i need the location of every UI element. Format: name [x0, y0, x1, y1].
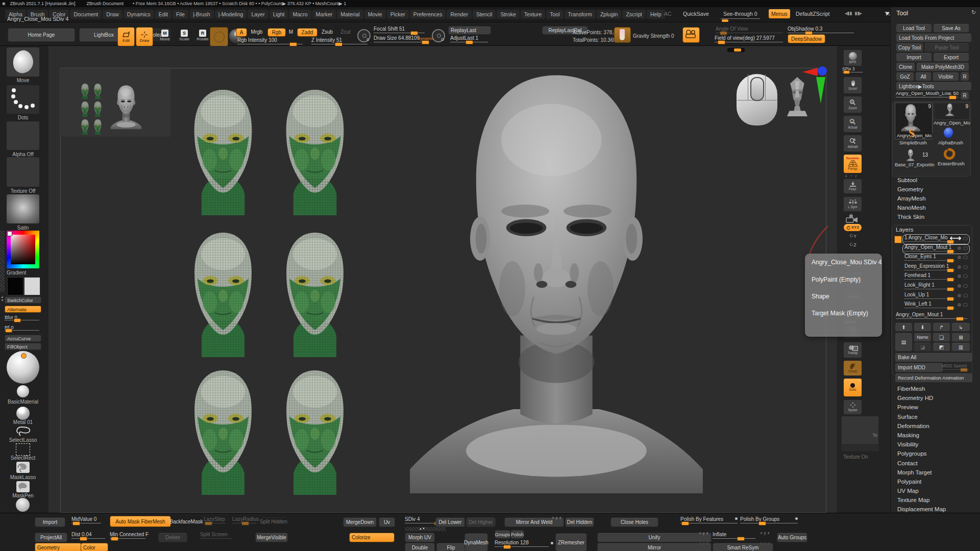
goz-all-button[interactable]: All — [915, 72, 932, 81]
panel-section[interactable]: Geometry — [891, 186, 972, 195]
menu-item[interactable]: Stencil — [473, 10, 496, 19]
draw-size-slider[interactable]: Draw Size 64.88109 — [374, 35, 425, 41]
deep-shadow-button[interactable]: DeepShadow — [788, 34, 825, 43]
ghost-transparency-button[interactable]: Ghost — [843, 360, 862, 376]
xyz-axes-label[interactable]: x y z — [699, 541, 708, 545]
tray-head-thumb[interactable] — [93, 83, 103, 99]
texture-preview-box[interactable]: Te — [841, 416, 879, 452]
menu-item[interactable]: Zplugin — [597, 10, 621, 19]
load-tool-button[interactable]: Load Tool — [896, 23, 932, 33]
panel-section[interactable]: Surface — [891, 414, 977, 423]
zcut-button[interactable]: Zcut — [338, 28, 353, 36]
texture-slot[interactable] — [7, 157, 39, 187]
goz-button[interactable]: GoZ — [896, 72, 914, 81]
sdiv-scrollbar[interactable]: ▲▼ — [405, 527, 446, 531]
timeline-mini-slider[interactable] — [727, 48, 745, 52]
rgb-intensity-slider[interactable]: Rgb Intensity 100 — [237, 37, 303, 43]
popup-item-shape[interactable]: Shape — [812, 293, 829, 300]
layer-down-button[interactable]: ⬇ — [914, 322, 932, 332]
polish-by-features-slider[interactable]: Polish By Features — [680, 516, 738, 522]
xyz-axes-label[interactable]: x y z — [699, 531, 708, 535]
min-connected-slider[interactable]: Min Connected F — [110, 532, 145, 537]
split-hidden-button[interactable]: Split Hidden — [261, 517, 286, 526]
active-layer-slider[interactable]: Angry_Open_Mout 1 — [896, 312, 967, 317]
solo-mode-button[interactable]: Solo — [843, 378, 862, 397]
tray-head-thumb-large[interactable] — [110, 83, 142, 130]
panel-section[interactable]: NanoMesh — [891, 205, 972, 214]
layer-row[interactable]: Close_Eyes 1 — [903, 254, 969, 263]
tray-head-thumb[interactable] — [80, 101, 90, 117]
layer-record-dot[interactable] — [958, 294, 961, 297]
eraserbrush-thumb[interactable] — [942, 148, 956, 160]
geometry-tab-button[interactable]: Geometry — [35, 543, 82, 551]
wireframe-head[interactable] — [279, 367, 351, 495]
angle-of-view-slider[interactable]: Angle Of View — [716, 26, 783, 32]
panel-section[interactable]: UV Map — [891, 488, 977, 497]
mrgb-button[interactable]: Mrgb — [248, 28, 265, 36]
menu-item[interactable]: Marker — [312, 10, 336, 19]
fov-slider[interactable]: Field of view(deg) 27.5977 — [715, 35, 783, 41]
layer-record-dot[interactable] — [958, 284, 961, 288]
xyz-axes-label[interactable]: x y z — [761, 541, 770, 545]
move-button[interactable]: MMove — [157, 30, 173, 41]
menu-item[interactable]: Draw — [103, 10, 122, 19]
make-polymesh3d-button[interactable]: Make PolyMesh3D — [916, 62, 969, 71]
masklasso-icon[interactable] — [14, 461, 32, 474]
gravity-direction-widget[interactable] — [614, 27, 631, 43]
alphabrush-thumb[interactable] — [942, 127, 957, 140]
layers-header[interactable]: Layers — [896, 227, 914, 233]
del-higher-button[interactable]: Del Higher — [466, 517, 496, 527]
save-as-button[interactable]: Save As — [933, 23, 969, 33]
auto-mask-fibermesh-button[interactable]: Auto Mask FiberMesh — [110, 516, 171, 527]
tray-head-thumb[interactable] — [93, 101, 103, 117]
zadd-button[interactable]: Zadd — [297, 28, 317, 37]
mergevisible-button[interactable]: MergeVisible — [255, 533, 288, 542]
aahalf-button[interactable]: AAHalf — [843, 135, 862, 152]
actual-size-button[interactable]: 1Actual — [843, 115, 862, 133]
camera-view-button[interactable] — [682, 27, 700, 43]
goz-visible-button[interactable]: Visible — [933, 72, 959, 81]
layer-visibility-eye[interactable] — [963, 265, 968, 269]
menu-item[interactable]: Layer — [248, 10, 268, 19]
menu-item[interactable]: |-Brush — [189, 10, 214, 19]
resolution-dot[interactable] — [551, 542, 553, 544]
import-mdd-button[interactable]: Import MDD — [895, 363, 943, 372]
clone-button[interactable]: Clone — [896, 62, 915, 71]
layer-visibility-eye[interactable] — [963, 294, 968, 297]
xyz-axes-label[interactable]: x y z — [761, 531, 770, 535]
layer-delete-button[interactable]: ⊠ — [951, 333, 970, 342]
double-button[interactable]: Double — [405, 543, 435, 551]
zsub-button[interactable]: Zsub — [318, 28, 336, 36]
del-hidden-button[interactable]: Del Hidden — [565, 517, 594, 527]
morph-uv-button[interactable]: Morph UV — [405, 533, 435, 542]
mirror-button[interactable]: Mirror — [597, 543, 712, 551]
layer-record-dot[interactable] — [958, 246, 961, 250]
color-picker[interactable] — [7, 231, 39, 268]
inflate-slider[interactable]: Inflate — [713, 532, 755, 537]
selectrect-icon[interactable] — [16, 443, 30, 456]
wireframe-head[interactable] — [279, 230, 351, 357]
stroke-preview-dots[interactable] — [7, 85, 39, 114]
secondary-color-swatch[interactable] — [24, 277, 40, 295]
popup-title[interactable]: Angry_Close_Mou SDiv 4 — [812, 259, 881, 266]
layer-intensity-nub[interactable] — [947, 249, 954, 254]
focal-shift-slider[interactable]: Focal Shift 51 — [374, 26, 425, 32]
material-sphere-metal[interactable] — [16, 407, 30, 420]
layer-intensity-nub[interactable] — [947, 287, 954, 291]
default-zscript-button[interactable]: DefaultZScript — [793, 9, 832, 18]
xyz-axes-label[interactable]: x y z — [552, 516, 561, 519]
rotate-z-button[interactable]: Z — [847, 242, 859, 249]
tray-head-thumb[interactable] — [80, 83, 90, 99]
projectall-button[interactable]: ProjectAll — [35, 533, 67, 542]
dynamesh-button[interactable]: DynaMesh — [464, 533, 488, 551]
del-lower-button[interactable]: Del Lower — [435, 517, 465, 527]
menu-item[interactable]: Dynamics — [124, 10, 154, 19]
close-holes-button[interactable]: Close Holes — [610, 517, 658, 527]
menus-toggle[interactable]: Menus — [769, 9, 790, 18]
texture-on-label[interactable]: Texture On — [843, 454, 868, 460]
layer-redo-button[interactable]: ↱ — [933, 322, 950, 332]
menu-item[interactable]: Render — [447, 10, 471, 19]
material-sphere-small[interactable] — [17, 385, 29, 397]
dynamic-draw-size-label[interactable]: Dynamic — [418, 36, 433, 41]
colorize-button[interactable]: Colorize — [349, 533, 395, 542]
